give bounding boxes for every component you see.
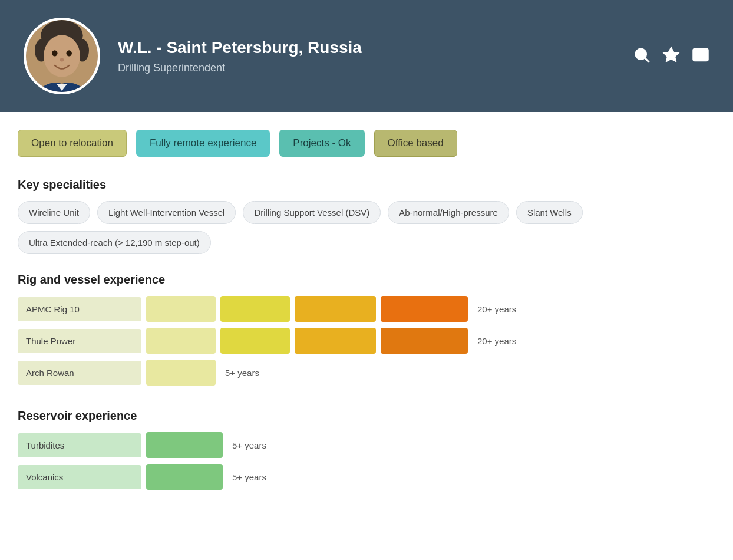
specialty-tag[interactable]: Ab-normal/High-pressure [388, 201, 509, 224]
candidate-title: Drilling Superintendent [118, 62, 362, 74]
rig-years: 5+ years [225, 368, 259, 378]
rig-bar-3 [295, 296, 376, 322]
svg-point-6 [67, 50, 72, 56]
mail-icon[interactable] [692, 46, 709, 66]
reservoir-bar [146, 464, 223, 490]
specialty-tags: Wireline Unit Light Well-Intervention Ve… [18, 201, 715, 254]
tag-remote[interactable]: Fully remote experience [136, 130, 270, 157]
reservoir-years: 5+ years [232, 440, 266, 450]
rig-section: Rig and vessel experience APMC Rig 10 20… [18, 273, 715, 386]
svg-point-7 [60, 58, 64, 62]
rig-bar-2 [220, 328, 290, 354]
rig-bar-1 [146, 296, 216, 322]
specialty-tag[interactable]: Light Well-Intervention Vessel [97, 201, 236, 224]
rig-years: 20+ years [477, 336, 516, 346]
rig-label: Arch Rowan [18, 361, 141, 385]
reservoir-years: 5+ years [232, 472, 266, 482]
svg-point-8 [636, 49, 646, 60]
specialty-tag[interactable]: Ultra Extended-reach (> 12,190 m step-ou… [18, 231, 211, 254]
rig-bar-4 [381, 328, 468, 354]
rig-bar-3 [295, 328, 376, 354]
reservoir-label: Turbidites [18, 433, 141, 457]
header-left: W.L. - Saint Petersburg, Russia Drilling… [24, 18, 362, 94]
search-icon[interactable] [633, 46, 651, 66]
reservoir-section: Reservoir experience Turbidites 5+ years… [18, 409, 715, 490]
header: W.L. - Saint Petersburg, Russia Drilling… [0, 0, 733, 112]
rig-row: Thule Power 20+ years [18, 328, 715, 354]
reservoir-row: Turbidites 5+ years [18, 432, 715, 458]
bookmark-icon[interactable] [662, 46, 680, 66]
rig-years: 20+ years [477, 304, 516, 314]
header-info: W.L. - Saint Petersburg, Russia Drilling… [118, 38, 362, 74]
rig-title: Rig and vessel experience [18, 273, 715, 286]
rig-bar-2 [220, 296, 290, 322]
tags-row: Open to relocation Fully remote experien… [18, 130, 715, 157]
candidate-name: W.L. - Saint Petersburg, Russia [118, 38, 362, 57]
header-icons [633, 46, 709, 66]
specialty-tag[interactable]: Drilling Support Vessel (DSV) [243, 201, 381, 224]
svg-point-5 [52, 50, 57, 56]
rig-bar-1 [146, 360, 216, 386]
rig-bar-1 [146, 328, 216, 354]
rig-label: Thule Power [18, 329, 141, 353]
svg-marker-10 [664, 48, 679, 62]
rig-row: Arch Rowan 5+ years [18, 360, 715, 386]
specialty-tag[interactable]: Wireline Unit [18, 201, 90, 224]
reservoir-bar [146, 432, 223, 458]
specialty-tag[interactable]: Slant Wells [516, 201, 583, 224]
reservoir-title: Reservoir experience [18, 409, 715, 423]
rig-bar-4 [381, 296, 468, 322]
reservoir-row: Volcanics 5+ years [18, 464, 715, 490]
svg-line-9 [645, 58, 649, 62]
svg-point-4 [44, 35, 80, 77]
tag-relocation[interactable]: Open to relocation [18, 130, 127, 157]
main-content: Open to relocation Fully remote experien… [0, 112, 733, 531]
tag-projects[interactable]: Projects - Ok [279, 130, 364, 157]
avatar [24, 18, 100, 94]
tag-office[interactable]: Office based [374, 130, 457, 157]
specialities-title: Key specialities [18, 178, 715, 192]
reservoir-label: Volcanics [18, 465, 141, 489]
rig-row: APMC Rig 10 20+ years [18, 296, 715, 322]
rig-label: APMC Rig 10 [18, 297, 141, 321]
